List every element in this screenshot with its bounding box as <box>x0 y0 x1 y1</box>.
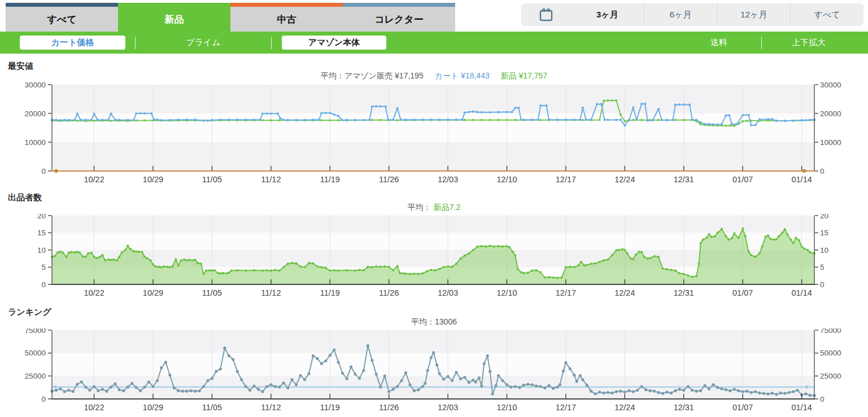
tab-all-label: すべて <box>6 7 118 32</box>
sellers-chart-plot[interactable]: 005510101515202010/2210/2911/0511/1211/1… <box>0 214 868 300</box>
svg-text:10/22: 10/22 <box>84 403 104 412</box>
svg-text:12/03: 12/03 <box>438 175 458 184</box>
amazon-toggle[interactable]: アマゾン本体 <box>282 36 386 50</box>
svg-text:75000: 75000 <box>820 328 841 335</box>
avg-new: 新品 ¥17,757 <box>501 71 548 80</box>
price-chart-title: 最安値 <box>8 61 868 71</box>
svg-text:12/31: 12/31 <box>674 403 694 412</box>
avg-label: 平均： <box>408 203 431 212</box>
price-chart-block: 最安値 平均：アマゾン販売 ¥17,195 カート ¥18,443 新品 ¥17… <box>0 61 868 185</box>
svg-text:10000: 10000 <box>24 138 46 147</box>
tab-used-stripe <box>230 3 343 7</box>
prime-toggle[interactable]: プライム <box>147 37 260 48</box>
svg-text:12/24: 12/24 <box>614 175 635 184</box>
sellers-chart-averages: 平均： 新品7.2 <box>0 203 868 214</box>
svg-text:12/24: 12/24 <box>614 403 635 412</box>
svg-text:11/19: 11/19 <box>320 288 340 297</box>
svg-text:10/22: 10/22 <box>84 175 104 184</box>
svg-text:11/19: 11/19 <box>320 403 340 412</box>
svg-text:5: 5 <box>820 263 825 271</box>
ranking-chart-title: ランキング <box>8 307 868 317</box>
svg-text:01/14: 01/14 <box>791 288 812 297</box>
date-range-control: 3ヶ月 6ヶ月 12ヶ月 すべて <box>521 3 863 26</box>
svg-text:12/03: 12/03 <box>438 403 458 412</box>
ranking-chart-plot[interactable]: 0025000250005000050000750007500010/2210/… <box>0 328 868 414</box>
cart-price-toggle[interactable]: カート価格 <box>20 36 125 50</box>
svg-text:50000: 50000 <box>24 349 46 357</box>
tab-used-label: 中古 <box>230 7 343 32</box>
avg-sellers: 新品7.2 <box>434 203 460 212</box>
ranking-chart-averages: 平均：13006 <box>0 317 868 328</box>
svg-text:20: 20 <box>37 214 46 220</box>
svg-text:12/31: 12/31 <box>674 175 694 184</box>
tab-new[interactable]: 新品 <box>118 3 230 32</box>
svg-text:11/12: 11/12 <box>261 175 281 184</box>
svg-text:12/31: 12/31 <box>674 288 694 297</box>
svg-text:12/17: 12/17 <box>556 403 576 412</box>
svg-text:12/10: 12/10 <box>496 175 517 184</box>
price-chart-plot[interactable]: 0010000100002000020000300003000010/2210/… <box>0 82 868 185</box>
svg-text:11/26: 11/26 <box>379 288 399 297</box>
tab-collector-stripe <box>343 3 455 7</box>
range-12m[interactable]: 12ヶ月 <box>717 3 791 26</box>
svg-text:11/19: 11/19 <box>320 175 340 184</box>
svg-text:10000: 10000 <box>820 138 841 147</box>
condition-tabs: すべて 新品 中古 コレクター <box>6 3 455 32</box>
svg-text:11/12: 11/12 <box>261 403 281 412</box>
svg-text:0: 0 <box>41 395 46 403</box>
expand-vertical-toggle[interactable]: 上下拡大 <box>778 37 840 48</box>
svg-text:12/17: 12/17 <box>556 288 576 297</box>
separator <box>761 37 762 49</box>
tab-used[interactable]: 中古 <box>230 3 343 32</box>
tab-new-stripe <box>118 3 230 7</box>
svg-text:01/14: 01/14 <box>791 175 812 184</box>
svg-text:11/05: 11/05 <box>202 175 222 184</box>
svg-text:10: 10 <box>37 246 46 254</box>
separator <box>271 37 272 49</box>
svg-text:12/10: 12/10 <box>496 288 517 297</box>
avg-ranking: 平均：13006 <box>411 317 457 326</box>
svg-text:25000: 25000 <box>24 372 46 380</box>
svg-text:15: 15 <box>820 229 828 237</box>
svg-text:11/05: 11/05 <box>202 288 222 297</box>
svg-text:25000: 25000 <box>820 372 841 380</box>
series-toolbar: カート価格 プライム アマゾン本体 送料 上下拡大 <box>0 32 868 54</box>
avg-cart: カート ¥18,443 <box>435 71 490 80</box>
svg-text:11/12: 11/12 <box>261 288 281 297</box>
svg-text:01/07: 01/07 <box>732 175 753 184</box>
svg-text:0: 0 <box>41 167 46 175</box>
svg-text:10: 10 <box>820 246 828 254</box>
range-all[interactable]: すべて <box>790 3 863 26</box>
svg-text:30000: 30000 <box>24 82 46 89</box>
tab-collector-label: コレクター <box>343 7 455 32</box>
svg-text:0: 0 <box>41 280 46 289</box>
svg-text:20000: 20000 <box>24 109 46 118</box>
svg-text:10/29: 10/29 <box>143 288 163 297</box>
svg-text:01/07: 01/07 <box>732 288 753 297</box>
sellers-chart-title: 出品者数 <box>8 192 868 203</box>
svg-text:30000: 30000 <box>820 82 841 89</box>
svg-text:12/24: 12/24 <box>614 288 635 297</box>
svg-text:11/05: 11/05 <box>202 403 222 412</box>
ranking-chart-block: ランキング 平均：13006 0025000250005000050000750… <box>0 307 868 414</box>
svg-text:0: 0 <box>820 280 825 289</box>
svg-text:0: 0 <box>820 167 825 175</box>
svg-text:12/17: 12/17 <box>556 175 576 184</box>
tab-all-stripe <box>6 3 118 7</box>
svg-text:01/07: 01/07 <box>732 403 753 412</box>
svg-text:50000: 50000 <box>820 349 841 357</box>
range-6m[interactable]: 6ヶ月 <box>644 3 717 26</box>
svg-text:11/26: 11/26 <box>379 403 399 412</box>
top-bar: すべて 新品 中古 コレクター 3ヶ月 6ヶ月 12ヶ月 すべて <box>0 0 868 32</box>
svg-text:5: 5 <box>41 263 46 271</box>
tab-collector[interactable]: コレクター <box>343 3 455 32</box>
svg-text:20000: 20000 <box>820 109 841 118</box>
calendar-icon <box>521 7 571 22</box>
price-chart-averages: 平均：アマゾン販売 ¥17,195 カート ¥18,443 新品 ¥17,757 <box>0 71 868 82</box>
svg-text:12/10: 12/10 <box>496 403 517 412</box>
shipping-toggle[interactable]: 送料 <box>693 37 744 48</box>
svg-text:10/29: 10/29 <box>143 175 163 184</box>
range-3m[interactable]: 3ヶ月 <box>571 3 644 26</box>
tab-all[interactable]: すべて <box>6 3 118 32</box>
svg-text:10/29: 10/29 <box>143 403 163 412</box>
